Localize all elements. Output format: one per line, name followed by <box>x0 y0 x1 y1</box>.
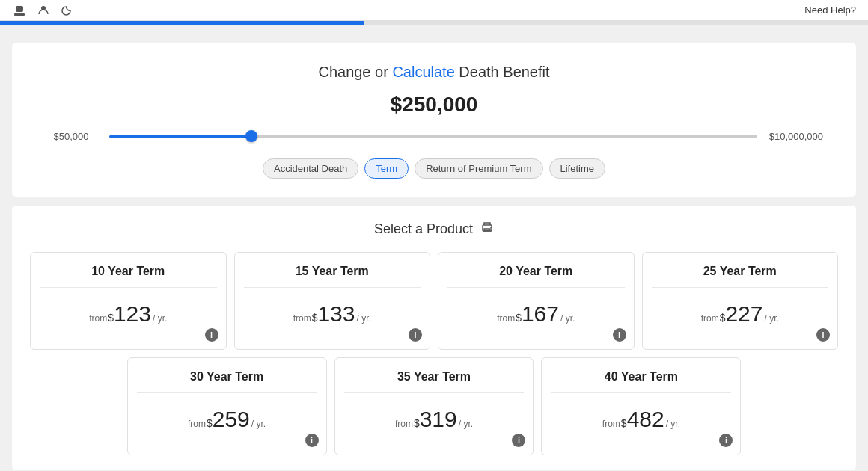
death-benefit-title-start: Change or <box>318 64 392 80</box>
slider-max-label: $10,000,000 <box>769 131 823 142</box>
product-grid-bottom: 30 Year Term from $ 259 / yr. i 35 Year … <box>30 357 838 455</box>
info-icon-20year[interactable]: i <box>613 328 626 342</box>
price-dollar-10: $ <box>108 313 114 323</box>
moon-icon[interactable] <box>60 3 75 18</box>
product-card-25year[interactable]: 25 Year Term from $ 227 / yr. i <box>642 252 839 350</box>
product-card-20year-title: 20 Year Term <box>447 265 625 288</box>
calculate-link[interactable]: Calculate <box>392 64 454 80</box>
price-unit-15: / yr. <box>357 313 371 324</box>
user-icon[interactable] <box>12 3 27 18</box>
slider-wrapper[interactable] <box>109 129 757 144</box>
progress-bar <box>0 21 868 25</box>
top-bar-icons <box>12 3 75 18</box>
chip-term[interactable]: Term <box>364 158 409 179</box>
death-benefit-amount: $250,000 <box>30 93 838 117</box>
chip-return-premium[interactable]: Return of Premium Term <box>415 158 542 179</box>
chip-lifetime[interactable]: Lifetime <box>549 158 606 179</box>
price-from-10: from <box>89 313 107 324</box>
svg-rect-4 <box>484 229 490 231</box>
price-dollar-30: $ <box>207 418 213 428</box>
info-icon-10year[interactable]: i <box>205 328 218 342</box>
price-unit-10: / yr. <box>153 313 167 324</box>
price-unit-40: / yr. <box>666 419 680 429</box>
product-card-15year-title: 15 Year Term <box>244 265 421 288</box>
price-amount-35: 319 <box>420 408 457 431</box>
product-card-35year-price: from $ 319 / yr. <box>344 402 525 446</box>
product-card-35year[interactable]: 35 Year Term from $ 319 / yr. i <box>334 357 534 455</box>
price-amount-30: 259 <box>213 408 250 431</box>
product-card-40year-price: from $ 482 / yr. <box>551 402 731 446</box>
price-amount-20: 167 <box>522 303 559 325</box>
main-content: Change or Calculate Death Benefit $250,0… <box>0 25 868 471</box>
price-amount-15: 133 <box>317 303 355 325</box>
price-amount-40: 482 <box>627 408 664 431</box>
price-unit-25: / yr. <box>765 313 779 324</box>
price-unit-30: / yr. <box>251 419 266 429</box>
price-amount-10: 123 <box>114 303 151 325</box>
death-benefit-card: Change or Calculate Death Benefit $250,0… <box>12 43 856 197</box>
slider-container: $50,000 $10,000,000 <box>30 129 838 144</box>
price-dollar-40: $ <box>621 418 627 428</box>
price-unit-20: / yr. <box>560 313 575 324</box>
svg-rect-0 <box>16 6 23 12</box>
death-benefit-title-end: Death Benefit <box>459 64 549 80</box>
product-section-header: Select a Product <box>30 221 838 237</box>
profile-icon[interactable] <box>36 3 51 18</box>
death-benefit-title: Change or Calculate Death Benefit <box>30 64 838 81</box>
price-dollar-20: $ <box>516 313 522 323</box>
slider-min-label: $50,000 <box>45 131 97 142</box>
product-card-25year-title: 25 Year Term <box>652 265 829 288</box>
price-from-20: from <box>497 313 515 324</box>
print-icon[interactable] <box>480 221 494 237</box>
product-card-25year-price: from $ 227 / yr. <box>652 297 829 340</box>
product-section: Select a Product 10 Year Term from $ 123… <box>12 206 856 470</box>
svg-point-5 <box>490 227 492 228</box>
product-card-10year-price: from $ 123 / yr. <box>40 297 217 340</box>
svg-rect-1 <box>14 13 25 16</box>
product-section-title: Select a Product <box>374 221 473 237</box>
price-from-25: from <box>701 313 719 324</box>
product-card-35year-title: 35 Year Term <box>344 370 525 393</box>
price-dollar-25: $ <box>720 313 726 323</box>
filter-chips: Accidental Death Term Return of Premium … <box>30 158 838 179</box>
need-help-label[interactable]: Need Help? <box>804 4 856 16</box>
info-icon-15year[interactable]: i <box>409 328 422 342</box>
product-card-15year[interactable]: 15 Year Term from $ 133 / yr. i <box>234 252 431 350</box>
info-icon-30year[interactable]: i <box>305 434 319 447</box>
product-card-30year-title: 30 Year Term <box>137 370 317 393</box>
product-card-10year-title: 10 Year Term <box>40 265 217 288</box>
price-dollar-15: $ <box>312 313 318 323</box>
product-grid-top: 10 Year Term from $ 123 / yr. i 15 Year … <box>30 252 838 350</box>
product-card-20year[interactable]: 20 Year Term from $ 167 / yr. i <box>438 252 635 350</box>
product-card-40year-title: 40 Year Term <box>551 370 731 393</box>
price-from-15: from <box>293 313 311 324</box>
product-card-10year[interactable]: 10 Year Term from $ 123 / yr. i <box>30 252 227 350</box>
price-unit-35: / yr. <box>459 419 473 429</box>
chip-accidental-death[interactable]: Accidental Death <box>263 158 358 179</box>
product-card-40year[interactable]: 40 Year Term from $ 482 / yr. i <box>541 357 741 455</box>
product-card-30year[interactable]: 30 Year Term from $ 259 / yr. i <box>127 357 327 455</box>
price-from-40: from <box>602 419 620 429</box>
product-card-20year-price: from $ 167 / yr. <box>447 297 625 340</box>
progress-bar-fill <box>0 21 364 25</box>
price-amount-25: 227 <box>725 303 762 325</box>
price-dollar-35: $ <box>414 418 420 428</box>
price-from-35: from <box>395 419 413 429</box>
product-card-15year-price: from $ 133 / yr. <box>244 297 421 340</box>
info-icon-25year[interactable]: i <box>816 328 830 342</box>
product-card-30year-price: from $ 259 / yr. <box>137 402 317 446</box>
top-bar: Need Help? <box>0 0 868 21</box>
price-from-30: from <box>188 419 206 429</box>
